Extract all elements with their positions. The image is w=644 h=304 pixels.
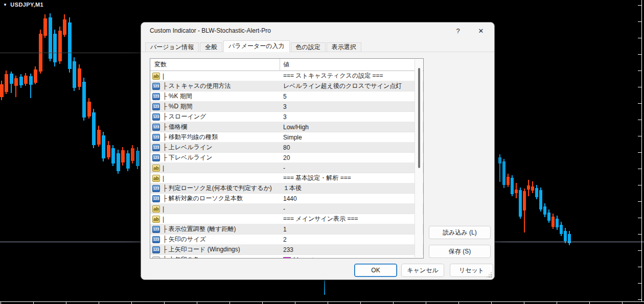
param-row[interactable]: ├ 上矢印の色Magenta [150, 255, 423, 258]
param-name: | [163, 73, 164, 80]
table-scrollbar[interactable] [415, 59, 423, 258]
column-header-value: 値 [280, 60, 289, 69]
param-row[interactable]: 123├ 上矢印コード (Wingdings)233 [150, 245, 423, 255]
param-name: ├ スローイング [163, 112, 206, 121]
color-param-icon [152, 256, 160, 259]
numeric-param-icon: 123 [152, 113, 160, 121]
text-param-icon: ab [152, 175, 160, 182]
param-value[interactable]: - [280, 205, 423, 213]
param-value-text: レベルライン超え後のクロスでサイン点灯 [283, 82, 402, 90]
text-param-icon: ab [152, 165, 160, 172]
param-row[interactable]: ab|- [150, 204, 423, 214]
param-row[interactable]: 123├ 価格欄Low/High [150, 122, 423, 132]
param-value[interactable]: 233 [280, 246, 423, 253]
param-value-text: 1440 [283, 195, 297, 202]
param-value[interactable]: 1440 [280, 195, 423, 202]
param-name: ├ %K 期間 [163, 92, 192, 101]
param-value[interactable]: 3 [280, 103, 423, 110]
scrollbar-thumb[interactable] [418, 68, 420, 168]
chart-symbol-label: ▼ USDJPY,M1 [3, 2, 43, 8]
param-row[interactable]: 123├ 判定ローソク足(何本後で判定するか)１本後 [150, 183, 423, 194]
param-value[interactable]: Low/High [280, 124, 423, 131]
param-value[interactable]: === 基本設定・解析 === [280, 174, 423, 182]
numeric-param-icon: 123 [152, 236, 160, 243]
param-name: ├ 表示位置調整 (離す距離) [163, 225, 236, 233]
param-value-text: 2 [283, 236, 287, 243]
param-name: ├ 上矢印コード (Wingdings) [163, 245, 240, 254]
candle-wick [324, 280, 325, 295]
help-button[interactable]: ? [447, 22, 469, 39]
save-button[interactable]: 保存 (S) [429, 245, 491, 258]
numeric-param-icon: 123 [152, 124, 160, 131]
param-name: ├ 移動平均線の種類 [163, 133, 218, 142]
param-value[interactable]: １本後 [280, 184, 423, 193]
param-value-text: 20 [283, 154, 290, 161]
param-name: ├ 下レベルライン [163, 153, 213, 162]
param-row[interactable]: 123├ 矢印のサイズ2 [150, 235, 423, 245]
param-value-text: 1 [283, 226, 287, 233]
param-row[interactable]: 123├ %K 期間5 [150, 91, 423, 102]
chart-dropdown-icon[interactable]: ▼ [3, 3, 7, 7]
column-header-variable: 変数 [150, 60, 280, 69]
param-row[interactable]: 123├ ストキャスの使用方法レベルライン超え後のクロスでサイン点灯 [150, 81, 423, 91]
param-name: ├ 矢印のサイズ [163, 235, 206, 244]
numeric-param-icon: 123 [152, 195, 160, 202]
color-swatch [283, 257, 291, 258]
param-name: ├ 上レベルライン [163, 143, 213, 152]
resize-grip[interactable] [487, 272, 492, 277]
param-row[interactable]: 123├ %D 期間3 [150, 102, 423, 112]
tab-visualization[interactable]: 表示選択 [327, 42, 361, 52]
numeric-param-icon: 123 [152, 246, 160, 253]
symbol-period-text: USDJPY,M1 [10, 2, 43, 8]
parameter-table: 変数 値 ab|=== ストキャスティクスの設定 ===123├ ストキャスの使… [150, 58, 424, 259]
param-value[interactable]: 1 [280, 226, 423, 233]
ok-button[interactable]: OK [354, 264, 397, 277]
param-row[interactable]: 123├ 移動平均線の種類Simple [150, 132, 423, 143]
cancel-button[interactable]: キャンセル [401, 264, 444, 277]
param-row[interactable]: 123├ 解析対象のローソク足本数1440 [150, 194, 423, 204]
param-value[interactable]: レベルライン超え後のクロスでサイン点灯 [280, 82, 423, 90]
numeric-param-icon: 123 [152, 144, 160, 151]
numeric-param-icon: 123 [152, 226, 160, 233]
param-value[interactable]: - [280, 165, 423, 172]
param-name: | [163, 216, 164, 223]
param-row[interactable]: 123├ 上レベルライン80 [150, 143, 423, 153]
param-value-text: === メインサイン表示 === [283, 215, 358, 223]
tab-strip: バージョン情報全般パラメーターの入力色の設定表示選択 [141, 40, 494, 52]
price-axis[interactable] [641, 0, 642, 302]
dialog-titlebar[interactable]: Custom Indicator - BLW-Stochastic-Alert-… [141, 22, 494, 39]
numeric-param-icon: 123 [152, 103, 160, 110]
param-value[interactable]: 3 [280, 113, 423, 121]
dialog-title: Custom Indicator - BLW-Stochastic-Alert-… [141, 27, 447, 34]
param-value[interactable]: 5 [280, 93, 423, 100]
tab-color-settings[interactable]: 色の設定 [291, 42, 326, 52]
param-value[interactable]: === メインサイン表示 === [280, 215, 423, 223]
param-row[interactable]: ab|- [150, 163, 423, 173]
param-value[interactable]: 80 [280, 144, 423, 151]
text-param-icon: ab [152, 205, 160, 213]
param-row[interactable]: 123├ 下レベルライン20 [150, 153, 423, 163]
param-value[interactable]: 20 [280, 154, 423, 161]
param-name: | [163, 165, 164, 172]
param-value-text: 233 [283, 246, 293, 253]
load-button[interactable]: 読み込み (L) [429, 226, 491, 239]
tab-common[interactable]: 全般 [200, 42, 222, 52]
param-value[interactable]: === ストキャスティクスの設定 === [280, 72, 423, 80]
param-row[interactable]: 123├ スローイング3 [150, 112, 423, 122]
param-value-text: === 基本設定・解析 === [283, 174, 351, 182]
close-icon[interactable]: ✕ [469, 22, 493, 39]
param-row[interactable]: ab|=== メインサイン表示 === [150, 214, 423, 224]
param-value[interactable]: Magenta [280, 256, 423, 259]
param-value[interactable]: 2 [280, 236, 423, 243]
param-value-text: Simple [283, 134, 302, 141]
param-name: ├ 価格欄 [163, 123, 187, 131]
custom-indicator-dialog: Custom Indicator - BLW-Stochastic-Alert-… [141, 22, 495, 280]
tab-parameters-input[interactable]: パラメーターの入力 [223, 40, 289, 52]
param-name: | [163, 175, 164, 182]
param-row[interactable]: 123├ 表示位置調整 (離す距離)1 [150, 224, 423, 235]
param-value[interactable]: Simple [280, 134, 423, 141]
tab-version-info[interactable]: バージョン情報 [145, 42, 199, 52]
param-row[interactable]: ab|=== 基本設定・解析 === [150, 173, 423, 183]
param-row[interactable]: ab|=== ストキャスティクスの設定 === [150, 71, 423, 81]
param-value-text: 3 [283, 103, 287, 110]
